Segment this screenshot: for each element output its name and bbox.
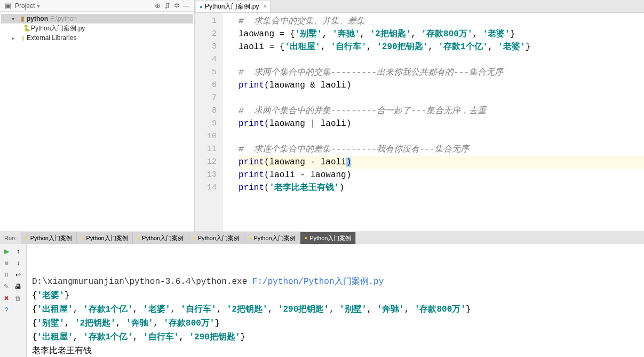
run-tab[interactable]: ●Python入门案例 [300, 232, 356, 244]
python-file-icon: 🐍 [22, 25, 31, 32]
code-lines[interactable]: # 求集合中的交集、并集、差集laowang = {'别墅', '奔驰', '2… [222, 13, 644, 232]
python-icon: ● [25, 235, 28, 241]
project-dropdown[interactable]: ▾ [35, 2, 42, 10]
run-tab[interactable]: ●Python入门案例 [21, 232, 77, 244]
editor-tab-active[interactable]: ● Python入门案例.py × [196, 0, 271, 12]
editor-area: ● Python入门案例.py × 1234567891011121314 # … [195, 0, 644, 232]
project-label: Project [13, 2, 35, 10]
run-tab-bar: Run: ●Python入门案例●Python入门案例●Python入门案例●P… [0, 232, 644, 244]
line-gutter: 1234567891011121314 [195, 13, 222, 232]
step-up-icon[interactable]: ↑ [13, 246, 23, 257]
collapse-icon[interactable]: ⇵ [162, 2, 172, 10]
python-icon: ● [137, 235, 140, 241]
editor-tabs: ● Python入门案例.py × [195, 0, 644, 13]
tree-root-name: python [27, 15, 48, 22]
run-sidebar: ▶ ↑ ■ ↓ ⏸ ↩ ✎ 🖶 ✖ 🗑 ? [0, 244, 27, 357]
project-icon: ▣ [3, 2, 13, 10]
run-label: Run: [0, 235, 21, 241]
tree-file-name: Python入门案例.py [31, 24, 85, 33]
hide-icon[interactable]: — [181, 2, 191, 10]
run-tab[interactable]: ●Python入门案例 [244, 232, 300, 244]
chevron-right-icon[interactable]: ▸ [12, 35, 18, 41]
close-icon[interactable]: ✖ [1, 293, 12, 304]
run-panel: Run: ●Python入门案例●Python入门案例●Python入门案例●P… [0, 232, 644, 357]
python-file-icon: ● [200, 4, 203, 10]
run-tab[interactable]: ●Python入门案例 [133, 232, 189, 244]
locate-icon[interactable]: ⊕ [153, 2, 162, 10]
tree-root[interactable]: ▾ ▮ python F:\python [1, 14, 193, 23]
trash-icon[interactable]: 🗑 [13, 293, 23, 304]
editor-tab-label: Python入门案例.py [205, 2, 259, 11]
code-editor[interactable]: 1234567891011121314 # 求集合中的交集、并集、差集laowa… [195, 13, 644, 232]
run-output[interactable]: D:\xiangmuruanjian\python-3.6.4\python.e… [27, 244, 644, 357]
project-header: ▣ Project ▾ ⊕ ⇵ ✲ — [0, 0, 194, 12]
python-icon: ● [193, 235, 195, 241]
help-icon[interactable]: ? [1, 305, 12, 315]
tree-external-label: External Libraries [27, 34, 76, 42]
chevron-down-icon[interactable]: ▾ [12, 16, 18, 22]
tree-root-path: F:\python [48, 15, 77, 22]
print-icon[interactable]: 🖶 [13, 281, 23, 292]
stop-icon[interactable]: ■ [1, 258, 12, 268]
pause-icon[interactable]: ⏸ [1, 269, 12, 280]
library-icon: ⫼ [18, 34, 27, 42]
python-icon: ● [305, 235, 307, 241]
rerun-icon[interactable]: ▶ [1, 246, 12, 257]
tree-file[interactable]: 🐍 Python入门案例.py [1, 23, 193, 33]
python-icon: ● [249, 235, 251, 241]
close-tab-icon[interactable]: × [263, 3, 267, 10]
step-down-icon[interactable]: ↓ [13, 258, 23, 268]
folder-icon: ▮ [18, 15, 27, 22]
run-tab[interactable]: ●Python入门案例 [188, 232, 244, 244]
project-panel: ▣ Project ▾ ⊕ ⇵ ✲ — ▾ ▮ python F:\python… [0, 0, 195, 232]
run-tab[interactable]: ●Python入门案例 [77, 232, 133, 244]
project-tree[interactable]: ▾ ▮ python F:\python 🐍 Python入门案例.py ▸ ⫼… [0, 12, 194, 45]
python-icon: ● [81, 235, 84, 241]
wrap-icon[interactable]: ↩ [13, 269, 23, 280]
gear-icon[interactable]: ✲ [172, 2, 181, 10]
tree-external-libs[interactable]: ▸ ⫼ External Libraries [1, 33, 193, 43]
settings-icon[interactable]: ✎ [1, 281, 12, 292]
